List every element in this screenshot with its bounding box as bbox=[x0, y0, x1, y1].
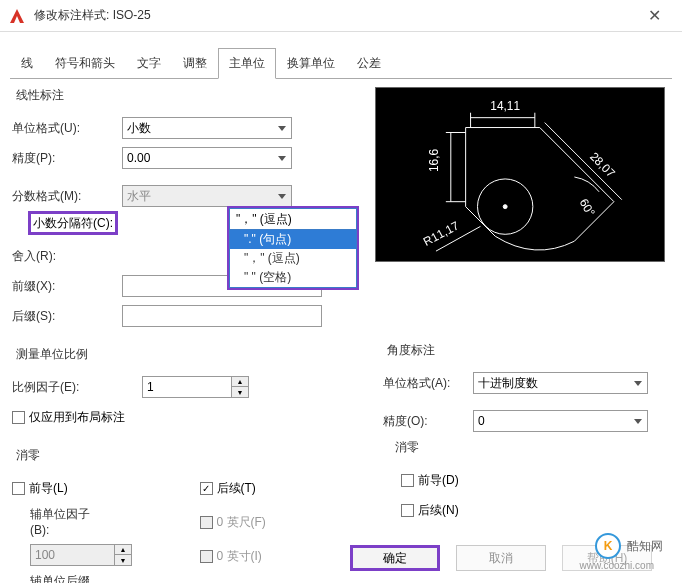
spin-down-icon[interactable]: ▼ bbox=[232, 387, 248, 397]
select-ang-precision[interactable] bbox=[473, 410, 648, 432]
tab-text[interactable]: 文字 bbox=[126, 48, 172, 79]
legend-zero: 消零 bbox=[12, 447, 44, 464]
checkbox-layout-only[interactable]: 仅应用到布局标注 bbox=[12, 409, 125, 426]
label-scale-factor: 比例因子(E): bbox=[12, 379, 142, 396]
dropdown-option-comma[interactable]: "，" (逗点) bbox=[230, 249, 356, 268]
label-fraction-format: 分数格式(M): bbox=[12, 188, 122, 205]
tab-alt-units[interactable]: 换算单位 bbox=[276, 48, 346, 79]
input-suffix[interactable] bbox=[122, 305, 322, 327]
checkbox-ang-leading[interactable]: 前导(D) bbox=[401, 472, 459, 489]
label-ang-precision: 精度(O): bbox=[383, 413, 473, 430]
label-suffix: 后缀(S): bbox=[12, 308, 122, 325]
watermark-logo-icon: K bbox=[595, 533, 621, 559]
label-precision: 精度(P): bbox=[12, 150, 122, 167]
svg-text:28,07: 28,07 bbox=[587, 149, 618, 180]
preview-pane: 14,11 16,6 28,07 60° R11,17 bbox=[375, 87, 665, 262]
checkbox-zero-feet: 0 英尺(F) bbox=[200, 514, 266, 531]
watermark-brand: 酷知网 bbox=[627, 538, 663, 555]
svg-text:16,6: 16,6 bbox=[427, 149, 441, 172]
label-sub-factor: 辅单位因子(B): bbox=[12, 506, 107, 537]
select-precision[interactable] bbox=[122, 147, 292, 169]
select-fraction-format bbox=[122, 185, 292, 207]
legend-ang-zero: 消零 bbox=[391, 439, 423, 456]
svg-text:60°: 60° bbox=[577, 196, 598, 219]
watermark-site: www.coozhi.com bbox=[580, 560, 654, 571]
checkbox-trailing[interactable]: 后续(T) bbox=[200, 480, 256, 497]
close-button[interactable]: ✕ bbox=[634, 1, 674, 31]
checkbox-leading[interactable]: 前导(L) bbox=[12, 480, 68, 497]
svg-text:14,11: 14,11 bbox=[490, 99, 520, 113]
ok-button[interactable]: 确定 bbox=[350, 545, 440, 571]
select-decimal-sep[interactable]: "，" (逗点) bbox=[229, 208, 357, 230]
legend-linear: 线性标注 bbox=[12, 87, 68, 104]
svg-point-1 bbox=[503, 205, 507, 209]
select-unit-format[interactable] bbox=[122, 117, 292, 139]
label-decimal-sep: 小数分隔符(C): bbox=[28, 211, 118, 235]
spin-up-icon[interactable]: ▲ bbox=[232, 377, 248, 387]
tab-lines[interactable]: 线 bbox=[10, 48, 44, 79]
watermark: K 酷知网 bbox=[595, 533, 663, 559]
dropdown-option-period[interactable]: "." (句点) bbox=[230, 230, 356, 249]
svg-line-8 bbox=[545, 123, 622, 200]
window-title: 修改标注样式: ISO-25 bbox=[34, 7, 634, 24]
tab-primary-units[interactable]: 主单位 bbox=[218, 48, 276, 79]
tab-fit[interactable]: 调整 bbox=[172, 48, 218, 79]
svg-text:R11,17: R11,17 bbox=[421, 219, 461, 249]
label-roundoff: 舍入(R): bbox=[12, 248, 122, 265]
legend-angular: 角度标注 bbox=[383, 342, 439, 359]
dropdown-decimal-sep-open[interactable]: "，" (逗点) "." (句点) "，" (逗点) " " (空格) bbox=[227, 206, 359, 290]
label-sub-suffix: 辅单位后缀(N): bbox=[12, 573, 107, 583]
select-ang-format[interactable] bbox=[473, 372, 648, 394]
label-prefix: 前缀(X): bbox=[12, 278, 122, 295]
legend-scale: 测量单位比例 bbox=[12, 346, 92, 363]
tab-bar: 线 符号和箭头 文字 调整 主单位 换算单位 公差 bbox=[0, 32, 682, 79]
checkbox-ang-trailing[interactable]: 后续(N) bbox=[401, 502, 459, 519]
label-ang-format: 单位格式(A): bbox=[383, 375, 473, 392]
group-scale: 测量单位比例 比例因子(E): ▲▼ 仅应用到布局标注 bbox=[10, 346, 365, 443]
tab-tolerance[interactable]: 公差 bbox=[346, 48, 392, 79]
spinner-scale-factor[interactable]: ▲▼ bbox=[142, 376, 249, 398]
dropdown-option-space[interactable]: " " (空格) bbox=[230, 268, 356, 287]
tab-symbols[interactable]: 符号和箭头 bbox=[44, 48, 126, 79]
label-unit-format: 单位格式(U): bbox=[12, 120, 122, 137]
autocad-app-icon bbox=[8, 7, 26, 25]
cancel-button[interactable]: 取消 bbox=[456, 545, 546, 571]
group-angular: 角度标注 单位格式(A): 精度(O): 消零 前导(D) 后续(N) bbox=[375, 342, 672, 548]
